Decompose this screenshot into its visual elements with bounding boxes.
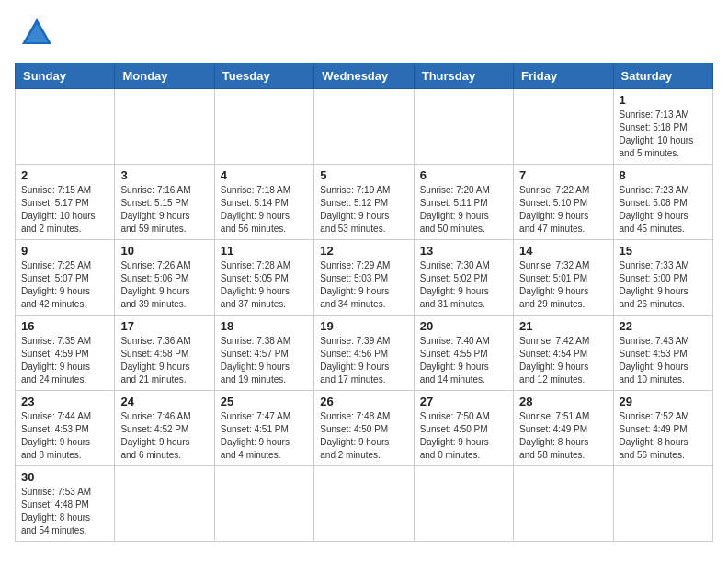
calendar-cell	[115, 89, 214, 165]
day-info: Sunrise: 7:38 AM Sunset: 4:57 PM Dayligh…	[221, 335, 308, 386]
calendar-cell: 7Sunrise: 7:22 AM Sunset: 5:10 PM Daylig…	[514, 165, 613, 240]
day-number: 9	[21, 244, 108, 258]
day-number: 21	[519, 319, 607, 333]
day-number: 25	[221, 395, 308, 408]
day-info: Sunrise: 7:51 AM Sunset: 4:49 PM Dayligh…	[519, 410, 607, 462]
day-info: Sunrise: 7:20 AM Sunset: 5:11 PM Dayligh…	[420, 184, 507, 236]
calendar-cell: 25Sunrise: 7:47 AM Sunset: 4:51 PM Dayli…	[214, 391, 313, 466]
day-header-friday: Friday	[514, 63, 613, 89]
day-info: Sunrise: 7:50 AM Sunset: 4:50 PM Dayligh…	[420, 410, 507, 462]
calendar-cell: 18Sunrise: 7:38 AM Sunset: 4:57 PM Dayli…	[214, 316, 313, 391]
calendar-cell	[115, 466, 214, 542]
day-info: Sunrise: 7:18 AM Sunset: 5:14 PM Dayligh…	[221, 184, 308, 236]
calendar-cell: 1Sunrise: 7:13 AM Sunset: 5:18 PM Daylig…	[613, 89, 712, 165]
day-info: Sunrise: 7:15 AM Sunset: 5:17 PM Dayligh…	[21, 184, 108, 236]
logo-icon	[20, 15, 53, 48]
day-header-saturday: Saturday	[613, 63, 712, 89]
day-number: 16	[21, 319, 108, 333]
calendar-cell: 10Sunrise: 7:26 AM Sunset: 5:06 PM Dayli…	[115, 240, 214, 316]
calendar-cell: 29Sunrise: 7:52 AM Sunset: 4:49 PM Dayli…	[613, 391, 712, 466]
day-info: Sunrise: 7:19 AM Sunset: 5:12 PM Dayligh…	[320, 184, 407, 236]
day-number: 14	[519, 244, 607, 258]
day-info: Sunrise: 7:26 AM Sunset: 5:06 PM Dayligh…	[120, 259, 208, 311]
day-number: 24	[120, 395, 208, 408]
day-info: Sunrise: 7:25 AM Sunset: 5:07 PM Dayligh…	[21, 259, 108, 311]
calendar-cell: 27Sunrise: 7:50 AM Sunset: 4:50 PM Dayli…	[414, 391, 513, 466]
day-number: 18	[221, 319, 308, 333]
day-info: Sunrise: 7:23 AM Sunset: 5:08 PM Dayligh…	[620, 184, 707, 236]
calendar-cell: 24Sunrise: 7:46 AM Sunset: 4:52 PM Dayli…	[115, 391, 214, 466]
day-number: 4	[221, 168, 308, 182]
day-number: 19	[320, 319, 407, 333]
calendar-cell: 17Sunrise: 7:36 AM Sunset: 4:58 PM Dayli…	[115, 316, 214, 391]
day-header-wednesday: Wednesday	[314, 63, 414, 89]
calendar-cell	[214, 89, 313, 165]
calendar-cell: 20Sunrise: 7:40 AM Sunset: 4:55 PM Dayli…	[414, 316, 513, 391]
calendar-cell	[314, 466, 414, 542]
calendar-cell: 14Sunrise: 7:32 AM Sunset: 5:01 PM Dayli…	[514, 240, 613, 316]
calendar-cell	[16, 89, 115, 165]
day-number: 6	[420, 168, 507, 182]
calendar-cell: 19Sunrise: 7:39 AM Sunset: 4:56 PM Dayli…	[314, 316, 414, 391]
day-number: 2	[21, 168, 108, 182]
calendar-cell: 8Sunrise: 7:23 AM Sunset: 5:08 PM Daylig…	[613, 165, 712, 240]
day-info: Sunrise: 7:53 AM Sunset: 4:48 PM Dayligh…	[21, 486, 108, 537]
day-header-sunday: Sunday	[16, 63, 115, 89]
calendar-cell: 11Sunrise: 7:28 AM Sunset: 5:05 PM Dayli…	[214, 240, 313, 316]
calendar-cell: 28Sunrise: 7:51 AM Sunset: 4:49 PM Dayli…	[514, 391, 613, 466]
day-info: Sunrise: 7:30 AM Sunset: 5:02 PM Dayligh…	[420, 259, 507, 311]
day-number: 5	[320, 168, 407, 182]
day-number: 3	[120, 168, 208, 182]
day-info: Sunrise: 7:40 AM Sunset: 4:55 PM Dayligh…	[420, 335, 507, 386]
day-header-tuesday: Tuesday	[214, 63, 313, 89]
day-number: 27	[420, 395, 507, 408]
day-info: Sunrise: 7:33 AM Sunset: 5:00 PM Dayligh…	[620, 259, 707, 311]
calendar-cell	[613, 466, 712, 542]
day-info: Sunrise: 7:29 AM Sunset: 5:03 PM Dayligh…	[320, 259, 407, 311]
week-row-6: 30Sunrise: 7:53 AM Sunset: 4:48 PM Dayli…	[16, 466, 713, 542]
day-info: Sunrise: 7:32 AM Sunset: 5:01 PM Dayligh…	[519, 259, 607, 311]
day-info: Sunrise: 7:46 AM Sunset: 4:52 PM Dayligh…	[120, 410, 208, 462]
calendar-body: 1Sunrise: 7:13 AM Sunset: 5:18 PM Daylig…	[16, 89, 713, 542]
week-row-3: 9Sunrise: 7:25 AM Sunset: 5:07 PM Daylig…	[16, 240, 713, 316]
day-info: Sunrise: 7:35 AM Sunset: 4:59 PM Dayligh…	[21, 335, 108, 386]
day-number: 8	[620, 168, 707, 182]
calendar-cell: 13Sunrise: 7:30 AM Sunset: 5:02 PM Dayli…	[414, 240, 513, 316]
day-info: Sunrise: 7:36 AM Sunset: 4:58 PM Dayligh…	[120, 335, 208, 386]
calendar-cell: 21Sunrise: 7:42 AM Sunset: 4:54 PM Dayli…	[514, 316, 613, 391]
day-info: Sunrise: 7:47 AM Sunset: 4:51 PM Dayligh…	[221, 410, 308, 462]
calendar-cell: 5Sunrise: 7:19 AM Sunset: 5:12 PM Daylig…	[314, 165, 414, 240]
day-number: 12	[320, 244, 407, 258]
week-row-4: 16Sunrise: 7:35 AM Sunset: 4:59 PM Dayli…	[16, 316, 713, 391]
day-number: 1	[620, 93, 707, 107]
calendar-cell: 16Sunrise: 7:35 AM Sunset: 4:59 PM Dayli…	[16, 316, 115, 391]
calendar-cell: 30Sunrise: 7:53 AM Sunset: 4:48 PM Dayli…	[16, 466, 115, 542]
calendar-cell	[314, 89, 414, 165]
day-info: Sunrise: 7:43 AM Sunset: 4:53 PM Dayligh…	[620, 335, 707, 386]
days-of-week-row: SundayMondayTuesdayWednesdayThursdayFrid…	[16, 63, 713, 89]
day-number: 29	[620, 395, 707, 408]
calendar-cell	[414, 89, 513, 165]
day-number: 10	[120, 244, 208, 258]
day-number: 13	[420, 244, 507, 258]
day-info: Sunrise: 7:48 AM Sunset: 4:50 PM Dayligh…	[320, 410, 407, 462]
day-number: 7	[519, 168, 607, 182]
calendar: SundayMondayTuesdayWednesdayThursdayFrid…	[15, 63, 713, 542]
calendar-cell	[514, 466, 613, 542]
day-info: Sunrise: 7:44 AM Sunset: 4:53 PM Dayligh…	[21, 410, 108, 462]
week-row-2: 2Sunrise: 7:15 AM Sunset: 5:17 PM Daylig…	[16, 165, 713, 240]
calendar-cell: 3Sunrise: 7:16 AM Sunset: 5:15 PM Daylig…	[115, 165, 214, 240]
calendar-cell: 6Sunrise: 7:20 AM Sunset: 5:11 PM Daylig…	[414, 165, 513, 240]
calendar-cell: 26Sunrise: 7:48 AM Sunset: 4:50 PM Dayli…	[314, 391, 414, 466]
calendar-header: SundayMondayTuesdayWednesdayThursdayFrid…	[16, 63, 713, 89]
calendar-cell	[214, 466, 313, 542]
day-info: Sunrise: 7:28 AM Sunset: 5:05 PM Dayligh…	[221, 259, 308, 311]
calendar-cell: 4Sunrise: 7:18 AM Sunset: 5:14 PM Daylig…	[214, 165, 313, 240]
calendar-cell: 12Sunrise: 7:29 AM Sunset: 5:03 PM Dayli…	[314, 240, 414, 316]
day-number: 28	[519, 395, 607, 408]
day-number: 26	[320, 395, 407, 408]
day-number: 15	[620, 244, 707, 258]
day-info: Sunrise: 7:42 AM Sunset: 4:54 PM Dayligh…	[519, 335, 607, 386]
day-number: 17	[120, 319, 208, 333]
calendar-cell: 22Sunrise: 7:43 AM Sunset: 4:53 PM Dayli…	[613, 316, 712, 391]
